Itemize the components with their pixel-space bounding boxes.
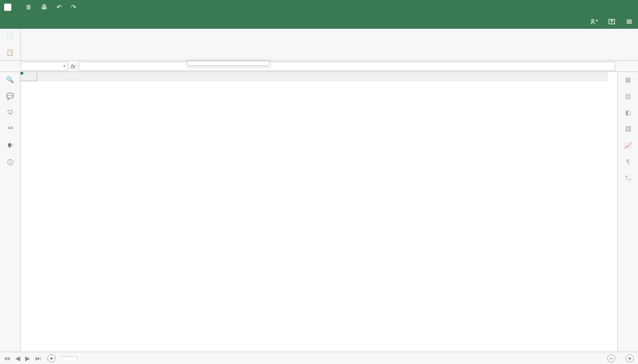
shape-settings-icon[interactable]: ◧ (625, 109, 631, 116)
about-icon[interactable]: ⓘ (7, 158, 13, 167)
redo-icon[interactable]: ↷ (71, 4, 76, 11)
zoom-in-button[interactable]: + (626, 354, 634, 362)
menu-bar (0, 14, 638, 29)
zoom-controls: − + (607, 354, 634, 362)
table-settings-icon[interactable]: ▤ (625, 93, 631, 100)
zoom-out-button[interactable]: − (607, 354, 615, 362)
search-icon[interactable]: 🔍 (6, 76, 14, 83)
chat-icon[interactable]: 🗨 (7, 109, 13, 116)
app-logo (4, 4, 13, 11)
formula-input[interactable] (79, 62, 615, 71)
text-art-icon[interactable]: Tₐ (625, 175, 631, 182)
prev-sheet-icon[interactable]: ◀ (15, 355, 20, 362)
feedback-icon[interactable]: 🗣 (7, 142, 13, 149)
sheet-nav: ⏮ ◀ ▶ ⏭ (4, 355, 41, 362)
formula-bar: ▾ fx (0, 61, 638, 72)
rows-container (21, 81, 608, 352)
print-icon[interactable]: 🖶 (41, 4, 47, 11)
share-icon[interactable] (586, 14, 603, 29)
svg-point-0 (592, 20, 594, 22)
undo-icon[interactable]: ↶ (57, 4, 62, 11)
spreadsheet-grid[interactable] (21, 72, 617, 352)
chart-settings-icon[interactable]: 📈 (624, 142, 632, 149)
fx-icon[interactable]: fx (71, 63, 76, 69)
left-toolbar: 🔍 💬 🗨 ᴬᴮ 🗣 ⓘ (0, 72, 21, 352)
main-area: 🔍 💬 🗨 ᴬᴮ 🗣 ⓘ ▦ ▤ ◧ 🖼 📈 ¶ Tₐ (0, 72, 638, 352)
settings-icon[interactable] (621, 14, 638, 29)
last-sheet-icon[interactable]: ⏭ (35, 355, 41, 362)
select-all-corner[interactable] (21, 72, 37, 81)
column-headers (37, 72, 608, 81)
status-bar: ⏮ ◀ ▶ ⏭ + − + (0, 352, 638, 364)
copy-icon[interactable]: 📄 (6, 33, 14, 40)
first-sheet-icon[interactable]: ⏮ (4, 355, 10, 362)
logical-dropdown (187, 61, 270, 66)
paste-icon[interactable]: 📋 (6, 49, 14, 56)
image-settings-icon[interactable]: 🖼 (625, 125, 631, 133)
sheet-tab[interactable] (62, 356, 77, 360)
ribbon: 📄 📋 (0, 29, 638, 61)
open-location-icon[interactable] (603, 14, 621, 29)
comments-icon[interactable]: 💬 (6, 93, 14, 100)
add-sheet-button[interactable]: + (47, 354, 56, 362)
title-bar: 🗎 🖶 ↶ ↷ (0, 0, 638, 14)
next-sheet-icon[interactable]: ▶ (25, 355, 30, 362)
save-icon[interactable]: 🗎 (26, 4, 32, 11)
spellcheck-icon[interactable]: ᴬᴮ (8, 125, 13, 133)
right-toolbar: ▦ ▤ ◧ 🖼 📈 ¶ Tₐ (617, 72, 638, 352)
logo-icon (4, 4, 11, 11)
paragraph-settings-icon[interactable]: ¶ (626, 158, 629, 166)
quick-access-toolbar: 🗎 🖶 ↶ ↷ (26, 4, 76, 11)
ribbon-clipboard: 📄 📋 (0, 29, 21, 60)
chevron-down-icon[interactable]: ▾ (63, 64, 65, 68)
cell-settings-icon[interactable]: ▦ (625, 76, 631, 83)
name-box[interactable]: ▾ (21, 62, 68, 71)
